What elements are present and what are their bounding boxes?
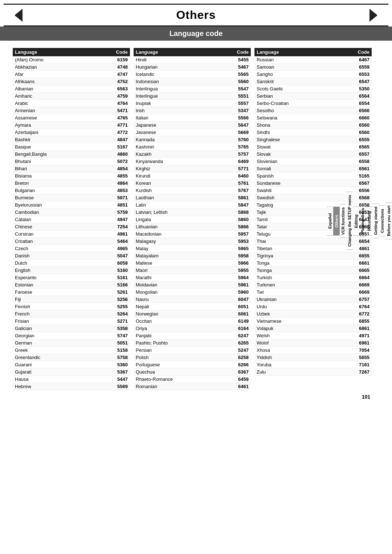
- language-name: Breton: [13, 180, 94, 187]
- language-name: Kirghiz: [134, 165, 218, 172]
- language-name: Sindhi: [254, 129, 336, 136]
- language-code: 6566: [336, 107, 372, 114]
- language-code: 4864: [94, 180, 130, 187]
- language-code: 4855: [94, 172, 130, 180]
- table-row: Cambodian5759: [13, 209, 130, 216]
- language-code: 5051: [94, 339, 130, 347]
- table-row: Tonga6661: [254, 260, 372, 267]
- language-name: Burmese: [13, 194, 94, 201]
- language-code: 4752: [94, 78, 130, 85]
- sidebar-section-getting-started: Getting started: [372, 203, 379, 238]
- table-row: Czech4965: [13, 245, 130, 252]
- table-row: Vietnamese6855: [254, 318, 372, 325]
- sidebar-section-before-you-start: Before you start: [385, 202, 392, 239]
- language-name: Ukrainian: [254, 296, 336, 303]
- table-row: Yoruba7161: [254, 361, 372, 368]
- language-name: Russian: [254, 56, 336, 64]
- table-row: Oriya6164: [134, 325, 251, 332]
- table-row: Spanish5165: [254, 172, 372, 180]
- language-name: Frisian: [13, 318, 94, 325]
- language-code: 5961: [218, 281, 251, 289]
- language-code: 5669: [218, 129, 251, 136]
- language-name: Persian: [134, 347, 218, 354]
- language-code: 5158: [94, 347, 130, 354]
- language-code: 6567: [336, 180, 372, 187]
- language-code: 4772: [94, 129, 130, 136]
- language-code: 6561: [336, 165, 372, 172]
- table-row: German5051: [13, 339, 130, 347]
- language-name: Lithuanian: [134, 223, 218, 231]
- table-row: Slovak6557: [254, 151, 372, 158]
- language-code: 6461: [218, 383, 251, 390]
- language-name: Tatar: [254, 223, 336, 231]
- language-code: 6058: [94, 260, 130, 267]
- table-row: Marathi5964: [134, 274, 251, 281]
- language-name: Oriya: [134, 325, 218, 332]
- table-row: Uzbek6772: [254, 310, 372, 318]
- table-row: Maltese5966: [134, 260, 251, 267]
- language-name: Singhalese: [254, 136, 336, 143]
- table-row: Greek5158: [13, 347, 130, 354]
- language-code: 6258: [218, 354, 251, 361]
- language-code: 4847: [94, 136, 130, 143]
- language-name: Bulgarian: [13, 187, 94, 194]
- table-row: Pashto; Pushto6265: [134, 339, 251, 347]
- language-name: Greek: [13, 347, 94, 354]
- language-code: 6265: [218, 339, 251, 347]
- table-row: Fiji5256: [13, 296, 130, 303]
- language-code: 6861: [336, 325, 372, 332]
- table-row: Corsican4961: [13, 231, 130, 238]
- table-row: Turkmen6669: [254, 281, 372, 289]
- language-name: Chinese: [13, 223, 94, 231]
- language-code: 6553: [336, 71, 372, 78]
- language-code: 6459: [218, 376, 251, 383]
- table-row: Occitan6149: [134, 318, 251, 325]
- table-row: Greenlandic5758: [13, 354, 130, 361]
- language-name: (Afan) Oromo: [13, 56, 94, 64]
- table-row: Kazakh5757: [134, 151, 251, 158]
- language-code: 4748: [94, 64, 130, 71]
- banner-arrow-right-icon: [369, 9, 377, 22]
- table-row: Somali6561: [254, 165, 372, 172]
- sidebar-section-vcr-functions: VCR functions: [340, 204, 346, 238]
- language-name: Hungarian: [134, 64, 218, 71]
- language-name: Estonian: [13, 281, 94, 289]
- language-name: Laothian: [134, 194, 218, 201]
- page-number: 101: [0, 390, 392, 403]
- language-name: Scots Gaelic: [254, 85, 336, 93]
- table-row: Malagasy5953: [134, 238, 251, 245]
- col-header-code: Code: [336, 48, 372, 56]
- language-name: Nauru: [134, 296, 218, 303]
- language-name: Sundanese: [254, 180, 336, 187]
- language-name: Serbian: [254, 93, 336, 100]
- language-code: 5360: [94, 361, 130, 368]
- right-sidebar: Before you startConnectionsGetting start…: [379, 48, 392, 390]
- language-code: 5271: [94, 318, 130, 325]
- language-code: 6047: [218, 296, 251, 303]
- table-row: Sindhi6560: [254, 129, 372, 136]
- col-header-language: Language: [13, 48, 94, 56]
- table-row: Finnish5255: [13, 303, 130, 310]
- table-row: Sangho6553: [254, 71, 372, 78]
- table-row: Russian6467: [254, 56, 372, 64]
- language-code: 4853: [94, 187, 130, 194]
- table-row: Burmese5971: [13, 194, 130, 201]
- language-code: 6560: [336, 129, 372, 136]
- language-name: Javanese: [134, 129, 218, 136]
- language-code: 5953: [218, 238, 251, 245]
- table-row: Albanian6563: [13, 85, 130, 93]
- table-row: Frisian5271: [13, 318, 130, 325]
- language-name: Hindi: [134, 56, 218, 64]
- language-code: 5647: [218, 122, 251, 129]
- table-row: Laothian5861: [134, 194, 251, 201]
- table-row: Hungarian5467: [134, 64, 251, 71]
- table-row: Assamese4765: [13, 114, 130, 122]
- language-name: Tamil: [254, 216, 336, 223]
- language-code: 6664: [336, 274, 372, 281]
- table-row: Urdu6764: [254, 303, 372, 310]
- table-row: Malayalam5958: [134, 252, 251, 260]
- language-name: Norwegian: [134, 310, 218, 318]
- table-row: Latvian; Lettish5868: [134, 209, 251, 216]
- language-name: Yiddish: [254, 354, 336, 361]
- language-code: 6764: [336, 303, 372, 310]
